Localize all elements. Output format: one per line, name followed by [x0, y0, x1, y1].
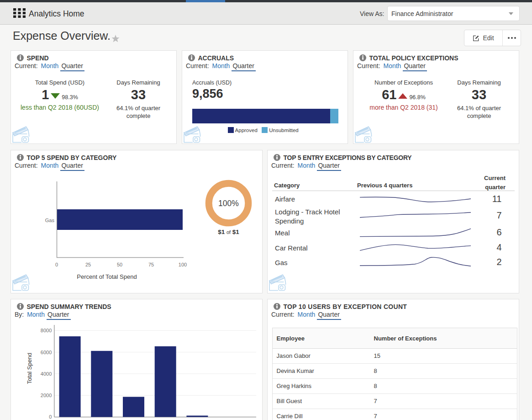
svg-text:100: 100 [179, 262, 187, 267]
svg-text:100%: 100% [218, 199, 239, 208]
svg-text:4000: 4000 [41, 371, 52, 377]
svg-text:2000: 2000 [41, 393, 52, 398]
svg-text:75: 75 [148, 262, 154, 267]
svg-text:Percent of Total Spend: Percent of Total Spend [77, 273, 137, 280]
svg-text:$1 of $1: $1 of $1 [218, 229, 239, 235]
svg-text:0: 0 [55, 262, 58, 267]
svg-text:50: 50 [117, 262, 122, 267]
svg-text:Total Spend: Total Spend [26, 353, 33, 384]
svg-text:8000: 8000 [41, 328, 52, 333]
svg-text:0: 0 [49, 414, 52, 420]
svg-text:6000: 6000 [41, 350, 52, 355]
svg-text:Gas: Gas [45, 218, 55, 223]
svg-text:25: 25 [85, 262, 91, 267]
